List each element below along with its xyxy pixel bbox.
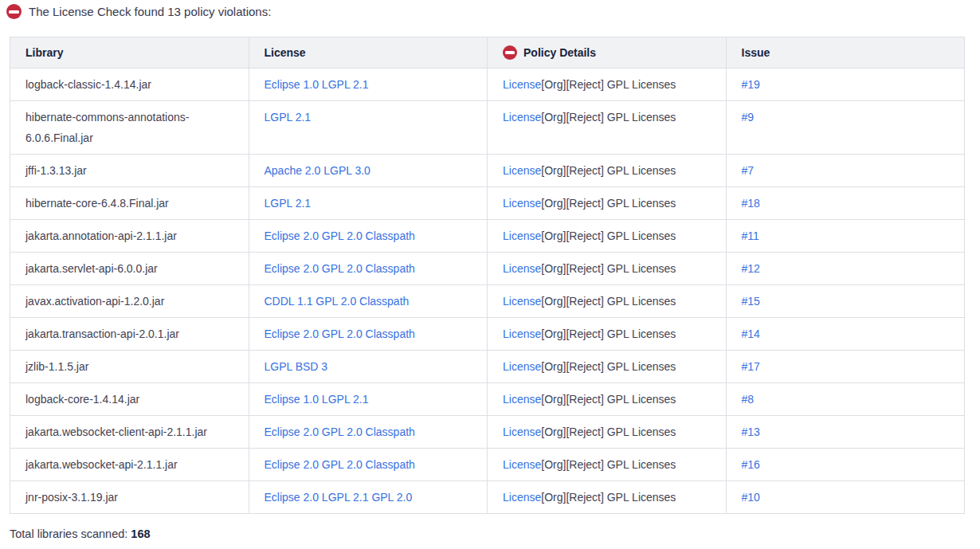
table-row: jakarta.transaction-api-2.0.1.jar Eclips… bbox=[10, 318, 965, 351]
policy-details-cell: License[Org][Reject] GPL Licenses bbox=[488, 383, 727, 416]
violations-banner: The License Check found 13 policy violat… bbox=[6, 4, 980, 19]
license-link[interactable]: Eclipse 2.0 GPL 2.0 Classpath bbox=[265, 327, 415, 340]
license-link[interactable]: Eclipse 2.0 GPL 2.0 Classpath bbox=[265, 262, 415, 275]
library-cell: jzlib-1.1.5.jar bbox=[10, 351, 249, 383]
license-link[interactable]: Eclipse 2.0 GPL 2.0 Classpath bbox=[265, 425, 415, 438]
license-cell: LGPL 2.1 bbox=[249, 187, 488, 220]
license-link[interactable]: Eclipse 1.0 LGPL 2.1 bbox=[265, 393, 369, 406]
license-link[interactable]: LGPL BSD 3 bbox=[265, 360, 328, 373]
issue-cell: #10 bbox=[726, 481, 965, 514]
issue-link[interactable]: #14 bbox=[742, 327, 760, 340]
column-header-policy-label: Policy Details bbox=[523, 42, 596, 63]
library-name: jakarta.websocket-api-2.1.1.jar bbox=[25, 458, 178, 471]
policy-license-link[interactable]: License bbox=[503, 295, 541, 308]
issue-link[interactable]: #13 bbox=[742, 425, 760, 438]
issue-cell: #11 bbox=[726, 220, 965, 253]
issue-link[interactable]: #17 bbox=[742, 360, 760, 373]
table-row: jzlib-1.1.5.jar LGPL BSD 3 License[Org][… bbox=[10, 351, 965, 383]
column-header-issue: Issue bbox=[726, 37, 965, 69]
column-header-issue-label: Issue bbox=[742, 46, 770, 59]
policy-license-link[interactable]: License bbox=[503, 197, 541, 210]
issue-link[interactable]: #15 bbox=[742, 295, 760, 308]
library-cell: jakarta.servlet-api-6.0.0.jar bbox=[10, 253, 249, 285]
library-name: jnr-posix-3.1.19.jar bbox=[25, 491, 118, 504]
total-scanned-value: 168 bbox=[131, 527, 150, 540]
policy-license-link[interactable]: License bbox=[503, 164, 541, 177]
license-link[interactable]: LGPL 2.1 bbox=[265, 111, 312, 124]
table-row: jnr-posix-3.1.19.jar Eclipse 2.0 LGPL 2.… bbox=[10, 481, 965, 514]
policy-rest-text: [Org][Reject] GPL Licenses bbox=[541, 111, 676, 124]
issue-cell: #16 bbox=[726, 449, 965, 481]
issue-link[interactable]: #18 bbox=[742, 197, 760, 210]
issue-cell: #12 bbox=[726, 253, 965, 285]
policy-details-cell: License[Org][Reject] GPL Licenses bbox=[488, 155, 727, 187]
license-cell: Eclipse 2.0 GPL 2.0 Classpath bbox=[249, 253, 488, 285]
library-cell: jakarta.websocket-client-api-2.1.1.jar bbox=[10, 416, 249, 449]
issue-link[interactable]: #19 bbox=[742, 78, 760, 91]
issue-link[interactable]: #8 bbox=[742, 393, 755, 406]
issue-link[interactable]: #11 bbox=[742, 229, 759, 242]
policy-license-link[interactable]: License bbox=[503, 327, 541, 340]
license-cell: LGPL 2.1 bbox=[249, 101, 488, 155]
policy-rest-text: [Org][Reject] GPL Licenses bbox=[541, 262, 676, 275]
license-link[interactable]: Eclipse 2.0 GPL 2.0 Classpath bbox=[265, 458, 415, 471]
policy-license-link[interactable]: License bbox=[503, 229, 541, 242]
issue-cell: #18 bbox=[726, 187, 965, 220]
issue-link[interactable]: #10 bbox=[742, 491, 760, 504]
library-cell: hibernate-core-6.4.8.Final.jar bbox=[10, 187, 249, 220]
library-cell: logback-classic-1.4.14.jar bbox=[10, 69, 249, 101]
column-header-license-label: License bbox=[265, 46, 306, 59]
library-name: jakarta.annotation-api-2.1.1.jar bbox=[25, 229, 177, 242]
library-cell: hibernate-commons-annotations-6.0.6.Fina… bbox=[10, 101, 249, 155]
license-link[interactable]: Apache 2.0 LGPL 3.0 bbox=[265, 164, 370, 177]
issue-cell: #7 bbox=[726, 155, 965, 187]
policy-details-cell: License[Org][Reject] GPL Licenses bbox=[488, 253, 727, 285]
library-cell: javax.activation-api-1.2.0.jar bbox=[10, 285, 249, 318]
policy-license-link[interactable]: License bbox=[503, 393, 541, 406]
issue-cell: #9 bbox=[726, 101, 965, 155]
license-link[interactable]: Eclipse 2.0 LGPL 2.1 GPL 2.0 bbox=[265, 491, 413, 504]
policy-license-link[interactable]: License bbox=[503, 78, 541, 91]
license-link[interactable]: CDDL 1.1 GPL 2.0 Classpath bbox=[265, 295, 410, 308]
policy-details-cell: License[Org][Reject] GPL Licenses bbox=[488, 481, 727, 514]
license-link[interactable]: LGPL 2.1 bbox=[265, 197, 312, 210]
policy-license-link[interactable]: License bbox=[503, 491, 541, 504]
table-row: jakarta.annotation-api-2.1.1.jar Eclipse… bbox=[10, 220, 965, 253]
license-cell: Eclipse 2.0 GPL 2.0 Classpath bbox=[249, 416, 488, 449]
issue-link[interactable]: #9 bbox=[742, 111, 755, 124]
policy-license-link[interactable]: License bbox=[503, 360, 541, 373]
policy-details-cell: License[Org][Reject] GPL Licenses bbox=[488, 285, 727, 318]
issue-cell: #14 bbox=[726, 318, 965, 351]
no-entry-icon bbox=[503, 45, 517, 60]
library-cell: jakarta.websocket-api-2.1.1.jar bbox=[10, 449, 249, 481]
policy-rest-text: [Org][Reject] GPL Licenses bbox=[541, 458, 676, 471]
policy-details-cell: License[Org][Reject] GPL Licenses bbox=[488, 318, 727, 351]
total-scanned-label: Total libraries scanned: bbox=[10, 527, 131, 540]
issue-link[interactable]: #16 bbox=[742, 458, 760, 471]
policy-license-link[interactable]: License bbox=[503, 262, 541, 275]
policy-rest-text: [Org][Reject] GPL Licenses bbox=[541, 164, 676, 177]
issue-link[interactable]: #12 bbox=[742, 262, 760, 275]
issue-cell: #15 bbox=[726, 285, 965, 318]
column-header-library: Library bbox=[10, 37, 249, 69]
license-cell: Eclipse 1.0 LGPL 2.1 bbox=[249, 383, 488, 416]
license-link[interactable]: Eclipse 1.0 LGPL 2.1 bbox=[265, 78, 369, 91]
policy-details-cell: License[Org][Reject] GPL Licenses bbox=[488, 101, 727, 155]
library-name: jffi-1.3.13.jar bbox=[25, 164, 87, 177]
license-link[interactable]: Eclipse 2.0 GPL 2.0 Classpath bbox=[265, 229, 415, 242]
policy-details-cell: License[Org][Reject] GPL Licenses bbox=[488, 351, 727, 383]
library-name: hibernate-commons-annotations-6.0.6.Fina… bbox=[25, 111, 189, 144]
policy-rest-text: [Org][Reject] GPL Licenses bbox=[541, 78, 676, 91]
table-row: logback-core-1.4.14.jar Eclipse 1.0 LGPL… bbox=[10, 383, 965, 416]
policy-license-link[interactable]: License bbox=[503, 111, 541, 124]
library-name: jzlib-1.1.5.jar bbox=[25, 360, 88, 373]
library-cell: jakarta.transaction-api-2.0.1.jar bbox=[10, 318, 249, 351]
library-name: hibernate-core-6.4.8.Final.jar bbox=[25, 197, 169, 210]
license-cell: Eclipse 2.0 GPL 2.0 Classpath bbox=[249, 318, 488, 351]
license-cell: Eclipse 1.0 LGPL 2.1 bbox=[249, 69, 488, 101]
license-violations-table: Library License Policy Details Issue log… bbox=[10, 37, 965, 514]
policy-license-link[interactable]: License bbox=[503, 425, 541, 438]
policy-license-link[interactable]: License bbox=[503, 458, 541, 471]
violations-banner-text: The License Check found 13 policy violat… bbox=[29, 5, 271, 18]
issue-link[interactable]: #7 bbox=[742, 164, 755, 177]
